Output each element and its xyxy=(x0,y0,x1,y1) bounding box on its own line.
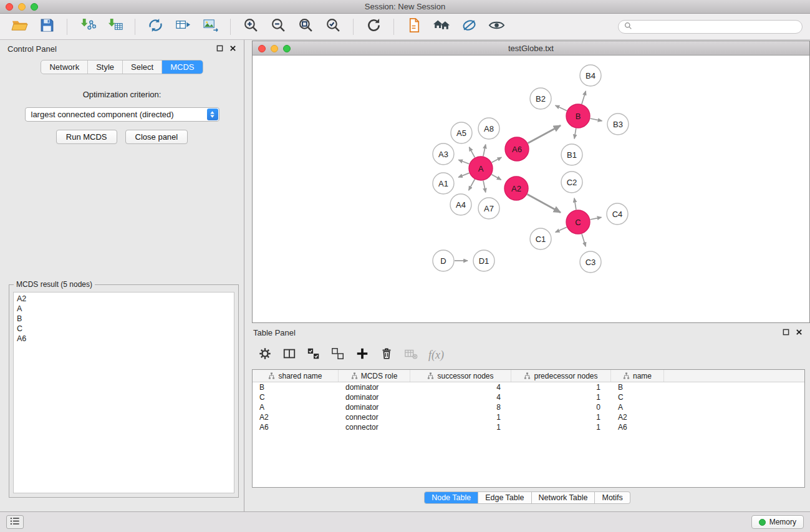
graph-edge-A-A7[interactable] xyxy=(483,181,486,193)
search-input[interactable] xyxy=(635,22,796,31)
table-cell[interactable]: C xyxy=(253,392,339,402)
close-panel-icon[interactable] xyxy=(229,44,236,54)
table-cell[interactable]: A xyxy=(611,402,664,412)
graph-edge-A6-B[interactable] xyxy=(528,125,561,143)
table-row[interactable]: Bdominator41B xyxy=(253,382,804,392)
select-all-button[interactable] xyxy=(307,347,321,363)
table-cell[interactable]: 0 xyxy=(511,402,611,412)
tab-mcds[interactable]: MCDS xyxy=(162,60,202,74)
graph-edge-B-B4[interactable] xyxy=(582,91,586,104)
tab-edge-table[interactable]: Edge Table xyxy=(478,491,531,504)
mcds-result-item[interactable]: C xyxy=(17,324,231,334)
network-zoom-button[interactable] xyxy=(283,45,291,52)
table-cell[interactable]: A6 xyxy=(611,422,664,432)
table-cell[interactable]: 4 xyxy=(410,382,511,392)
table-row[interactable]: A2connector11A2 xyxy=(253,412,804,422)
mcds-result-item[interactable]: A2 xyxy=(17,294,231,304)
save-session-button[interactable] xyxy=(35,16,59,37)
table-cell[interactable]: 1 xyxy=(511,412,611,422)
graph-edge-A-A6[interactable] xyxy=(492,157,502,162)
table-cell[interactable]: A xyxy=(253,402,339,412)
new-network-button[interactable] xyxy=(143,16,167,37)
table-cell[interactable]: 4 xyxy=(410,392,511,402)
minimize-window-button[interactable] xyxy=(18,3,26,11)
run-mcds-button[interactable]: Run MCDS xyxy=(56,130,117,144)
table-cell[interactable]: A6 xyxy=(253,422,339,432)
column-header-name[interactable]: name xyxy=(611,370,664,382)
open-file-button[interactable] xyxy=(7,16,31,37)
graph-edge-A-A5[interactable] xyxy=(469,147,475,158)
graph-edge-C-C1[interactable] xyxy=(556,227,567,232)
table-cell[interactable]: connector xyxy=(339,412,410,422)
show-columns-button[interactable] xyxy=(282,347,296,363)
graph-edge-B-B1[interactable] xyxy=(574,128,576,139)
graph-edge-B-B3[interactable] xyxy=(591,118,602,121)
graph-edge-B-B2[interactable] xyxy=(556,105,567,111)
mcds-result-list[interactable]: A2ABCA6 xyxy=(13,292,234,493)
column-header-predecessor-nodes[interactable]: predecessor nodes xyxy=(511,370,611,382)
table-cell[interactable]: A2 xyxy=(253,412,339,422)
table-settings-button[interactable] xyxy=(258,347,272,363)
session-document-button[interactable] xyxy=(402,16,426,37)
close-window-button[interactable] xyxy=(6,3,13,11)
table-row[interactable]: A6connector11A6 xyxy=(253,422,804,432)
export-image-button[interactable] xyxy=(198,16,222,37)
column-header-mcds-role[interactable]: MCDS role xyxy=(339,370,410,382)
task-history-button[interactable] xyxy=(6,515,24,529)
column-header-shared-name[interactable]: shared name xyxy=(253,370,339,382)
zoom-fit-button[interactable] xyxy=(294,16,317,37)
tab-network[interactable]: Network xyxy=(41,60,88,74)
table-row[interactable]: Adominator80A xyxy=(253,402,804,412)
table-cell[interactable]: 1 xyxy=(511,422,611,432)
column-header-successor-nodes[interactable]: successor nodes xyxy=(410,370,511,382)
table-cell[interactable]: A2 xyxy=(611,412,664,422)
delete-column-button[interactable] xyxy=(380,347,393,363)
tab-select[interactable]: Select xyxy=(123,60,162,74)
network-overview-button[interactable] xyxy=(430,16,453,37)
table-cell[interactable]: B xyxy=(253,382,339,392)
tab-network-table[interactable]: Network Table xyxy=(532,491,595,504)
graph-edge-A-A8[interactable] xyxy=(483,145,486,157)
zoom-in-button[interactable] xyxy=(239,16,263,37)
close-table-panel-icon[interactable] xyxy=(796,328,803,337)
tab-style[interactable]: Style xyxy=(88,60,123,74)
graph-edge-C-C3[interactable] xyxy=(582,234,586,246)
style-button[interactable] xyxy=(457,16,481,37)
table-cell[interactable]: 1 xyxy=(410,422,511,432)
mcds-result-item[interactable]: B xyxy=(17,314,231,324)
zoom-window-button[interactable] xyxy=(31,3,38,11)
network-table-button[interactable] xyxy=(171,16,195,37)
graph-edge-A-A1[interactable] xyxy=(458,173,469,177)
delete-table-button[interactable] xyxy=(404,347,418,363)
table-cell[interactable]: 1 xyxy=(511,382,611,392)
network-minimize-button[interactable] xyxy=(271,45,278,52)
graph-edge-A-A4[interactable] xyxy=(469,180,475,191)
refresh-button[interactable] xyxy=(362,16,385,37)
network-graph[interactable]: B4B2BB3A5A8A6A3B1AC2A1A2A4A7C4CC1C3DD1 xyxy=(253,56,809,322)
graph-edge-A-A2[interactable] xyxy=(491,175,501,180)
graph-edge-C-C2[interactable] xyxy=(574,198,576,210)
table-cell[interactable]: connector xyxy=(339,422,410,432)
zoom-out-button[interactable] xyxy=(266,16,290,37)
network-close-button[interactable] xyxy=(258,45,266,52)
table-cell[interactable]: 8 xyxy=(410,402,511,412)
import-network-button[interactable] xyxy=(75,16,99,37)
graph-edge-A-A3[interactable] xyxy=(458,160,469,164)
float-table-panel-icon[interactable] xyxy=(783,328,789,337)
add-column-button[interactable] xyxy=(355,347,369,363)
table-cell[interactable]: B xyxy=(611,382,664,392)
search-box[interactable] xyxy=(618,20,803,34)
tab-motifs[interactable]: Motifs xyxy=(595,491,630,504)
table-cell[interactable]: dominator xyxy=(339,402,410,412)
show-hide-button[interactable] xyxy=(485,16,508,37)
close-panel-button[interactable]: Close panel xyxy=(125,130,188,144)
table-cell[interactable]: dominator xyxy=(339,392,410,402)
graph-edge-A2-C[interactable] xyxy=(528,195,561,213)
deselect-all-button[interactable] xyxy=(331,347,345,363)
memory-button[interactable]: Memory xyxy=(751,515,804,529)
float-panel-icon[interactable] xyxy=(216,44,223,54)
table-cell[interactable]: C xyxy=(611,392,664,402)
table-cell[interactable]: dominator xyxy=(339,382,410,392)
tab-node-table[interactable]: Node Table xyxy=(424,491,478,504)
criterion-dropdown[interactable]: largest connected component (directed) xyxy=(25,107,219,122)
